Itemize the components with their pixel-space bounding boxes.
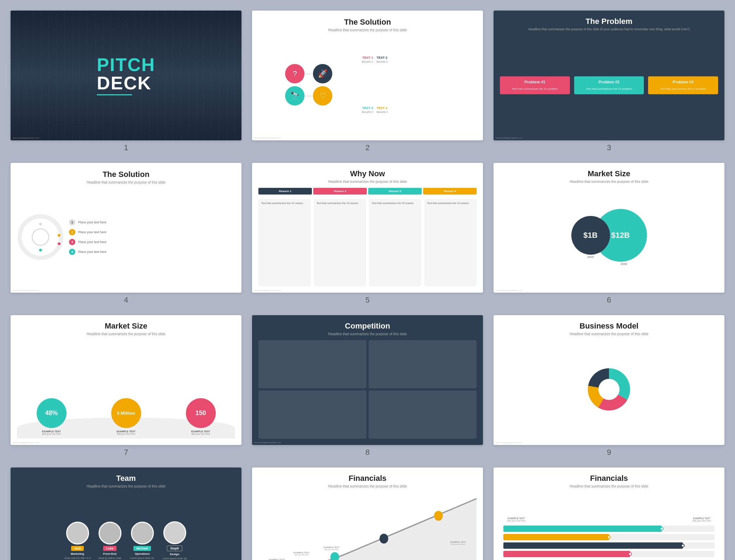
reason-btn-4[interactable]: Reason 4 — [423, 188, 477, 195]
stat-circle-2: 5 Million — [111, 398, 141, 428]
slide-6[interactable]: Market Size Headline that summarizes the… — [494, 163, 724, 293]
sol-circle-binoculars: 🔭 — [285, 86, 304, 106]
stat-circle-3: 150 — [186, 398, 216, 428]
sol-label-3: TEXT 3 — [362, 106, 373, 110]
stat-item-2: 5 Million EXAMPLE TEXT Add your text her… — [92, 398, 161, 435]
fin-bars-container — [500, 526, 718, 557]
slide-number-4: 4 — [124, 295, 128, 305]
list-items: 1 Place your text here 2 Place your text… — [69, 219, 234, 255]
slide-wrapper-12: Financials Headline that summarizes the … — [494, 467, 724, 560]
list-dot-2: 2 — [69, 229, 75, 235]
slides-grid: PITCH DECK www.shantipptemplates.com 1 T… — [11, 11, 724, 560]
financials-chart: EXAMPLE TEXTAdd your text here EXAMPLE T… — [258, 492, 477, 560]
team-role-luke: Front End — [103, 552, 117, 555]
title-underline — [97, 94, 132, 95]
slide-12-subtitle: Headline that summarizes the purpose of … — [570, 484, 648, 488]
slide-number-2: 2 — [365, 143, 370, 152]
list-text-2: Place your text here — [78, 230, 106, 234]
list-item-1: 1 Place your text here — [69, 219, 234, 225]
reason-box-1: Text that summarizes the #1 reason — [258, 199, 311, 286]
market-year-2015: 2015 — [588, 255, 594, 259]
watermark-2: www.shantipptemplates.com — [254, 137, 281, 139]
list-dot-4: 4 — [69, 249, 75, 255]
slide-2[interactable]: The Solution Headline that summarizes th… — [252, 11, 483, 140]
stat-item-1: 48% EXAMPLE TEXT Add your text here — [17, 398, 86, 435]
reason-box-3: Text that summarizes the #3 reason — [369, 199, 421, 286]
stat-val-3: 150 — [195, 409, 206, 417]
problem-card-1: Problem #1 Text that summarizes the #1 p… — [500, 76, 570, 94]
avatar-luke — [99, 522, 121, 545]
fin-dot-4 — [628, 552, 632, 556]
slide-5[interactable]: Why Now Headline that summarizes the pur… — [252, 163, 483, 293]
slide-7-subtitle: Headline that summarizes the purpose of … — [87, 332, 165, 336]
team-role-steph: Design — [170, 553, 180, 556]
reason-btn-1[interactable]: Reason 1 — [258, 188, 312, 195]
pitch-line2: DECK — [97, 74, 155, 92]
slide-10[interactable]: Team Headline that summarizes the purpos… — [11, 467, 241, 560]
fin-top-label-2: EXAMPLE TEXTAdd your text here — [692, 517, 711, 522]
slide-1[interactable]: PITCH DECK www.shantipptemplates.com — [11, 11, 241, 140]
donut-container — [588, 340, 630, 439]
stat-circles: 48% EXAMPLE TEXT Add your text here 5 Mi… — [17, 340, 235, 439]
slide-7[interactable]: Market Size Headline that summarizes the… — [11, 315, 241, 445]
fin-label-4: EXAMPLE TEXTAdd your text here — [450, 541, 466, 545]
list-text-3: Place your text here — [78, 240, 106, 244]
slide-4[interactable]: The Solution Headline that summarizes th… — [11, 163, 241, 293]
slide-8-title: Competition — [345, 322, 390, 331]
slide-12[interactable]: Financials Headline that summarizes the … — [494, 467, 724, 560]
slide-11-title: Financials — [348, 474, 387, 483]
donut-chart — [588, 368, 630, 411]
sol-label-2: TEXT 2 — [377, 56, 388, 59]
slide-11[interactable]: Financials Headline that summarizes the … — [252, 467, 483, 560]
fin-bar-2 — [503, 534, 715, 540]
sol-text-3: Benefit 3 — [362, 110, 373, 114]
team-members: Jack Marketing Grow users to 10k+ in 3 m… — [17, 492, 235, 560]
list-dot-1: 1 — [69, 219, 75, 225]
stat-item-3: 150 EXAMPLE TEXT Add your text here — [166, 398, 235, 435]
slide-6-subtitle: Headline that summarizes the purpose of … — [570, 180, 648, 184]
list-dot-3: 3 — [69, 239, 75, 245]
avatar-jack — [66, 522, 89, 545]
comp-cell-2 — [369, 340, 477, 388]
reasons-bar: Reason 1 Reason 2 Reason 3 Reason 4 — [258, 188, 477, 195]
market-circle-2015: $1B — [571, 216, 610, 255]
dot-right1 — [57, 233, 61, 237]
team-desc-steph: Lorem ipsum amer dp whatever — [161, 557, 189, 560]
reason-btn-3[interactable]: Reason 3 — [368, 188, 422, 195]
dot-top — [38, 222, 43, 226]
stat-val-2: 5 Million — [117, 411, 135, 416]
sol-circle-heart: ♡ — [313, 86, 332, 106]
solution-grid: TEXT 1 Benefit 1 ? 🚀 🔭 ♡ — [259, 36, 476, 133]
dot-bottom — [38, 248, 43, 252]
list-item-4: 4 Place your text here — [69, 249, 234, 255]
watermark-4: www.shantipptemplates.com — [13, 289, 39, 291]
slide-9[interactable]: Business Model Headline that summarizes … — [494, 315, 724, 445]
slide-number-3: 3 — [607, 143, 611, 152]
sol-item-2: TEXT 2 Benefit 2 — [377, 56, 476, 63]
list-text-1: Place your text here — [78, 221, 106, 224]
reason-btn-2[interactable]: Reason 2 — [313, 188, 367, 195]
sol-label-1: TEXT 1 — [362, 56, 373, 59]
slide-9-title: Business Model — [579, 322, 638, 331]
slide-3[interactable]: The Problem Headline that summarizes the… — [494, 11, 724, 140]
slide-3-title: The Problem — [585, 17, 632, 26]
solution-circles: ? 🚀 🔭 ♡ — [259, 64, 358, 106]
slide-12-title: Financials — [590, 474, 628, 483]
arrow-1 — [306, 74, 312, 74]
fin-bar-1 — [503, 526, 715, 532]
problem-card-3-title: Problem #3 — [651, 80, 715, 84]
slide-wrapper-4: The Solution Headline that summarizes th… — [11, 163, 241, 305]
slide-number-1: 1 — [124, 143, 128, 152]
sol-text-4: Benefit 4 — [377, 110, 388, 114]
fin-bar-area: EXAMPLE TEXTAdd your text here EXAMPLE T… — [500, 492, 718, 560]
stat-sub-2: Add your text here — [117, 433, 135, 435]
list-item-2: 2 Place your text here — [69, 229, 234, 235]
slide-11-subtitle: Headline that summarizes the purpose of … — [328, 484, 407, 488]
fin-bar-4 — [503, 551, 715, 557]
stat-sub-3: Add your text here — [191, 433, 210, 435]
reason-box-4: Text that summarizes the #3 reason — [424, 199, 477, 286]
team-desc-michael: Lorem ipsum dolor sit, whatever — [128, 557, 156, 560]
svg-point-3 — [434, 511, 443, 521]
slide-8[interactable]: Competition Headline that summarizes the… — [252, 315, 483, 445]
competition-grid — [258, 340, 477, 439]
